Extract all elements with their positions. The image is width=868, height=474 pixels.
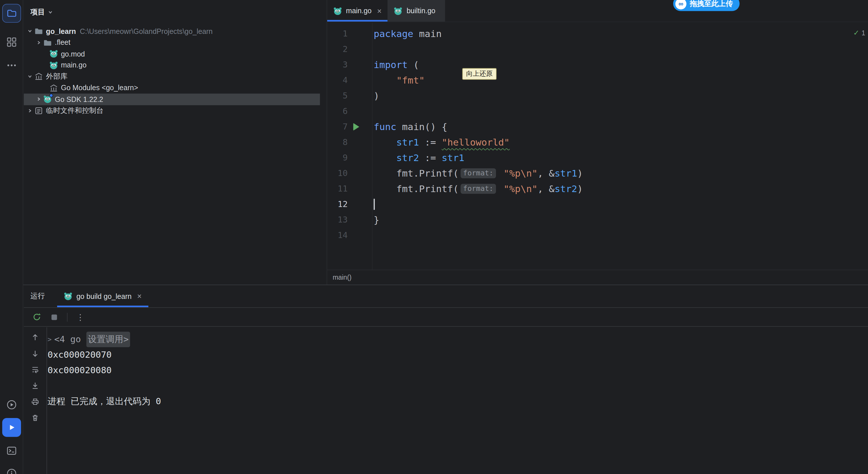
code-line-8[interactable]: str1 := "helloworld" bbox=[374, 135, 868, 150]
tree-item-external-libraries[interactable]: 外部库 bbox=[24, 71, 320, 82]
inspections-widget[interactable]: ✓ 1 bbox=[854, 29, 865, 37]
gutter-row[interactable]: 8 bbox=[327, 135, 372, 150]
project-panel-header[interactable]: 项目 bbox=[24, 0, 327, 24]
line-number[interactable]: 1 bbox=[327, 26, 348, 41]
code-line-5[interactable]: ) bbox=[374, 88, 868, 103]
code-token: str2 bbox=[396, 152, 419, 164]
code-line-13[interactable]: } bbox=[374, 212, 868, 228]
close-icon[interactable]: × bbox=[137, 292, 142, 301]
code-line-9[interactable]: str2 := str1 bbox=[374, 150, 868, 166]
line-number[interactable]: 10 bbox=[327, 166, 348, 181]
more-options-icon[interactable]: ⋮ bbox=[74, 311, 86, 323]
console-line: 进程 已完成，退出代码为 0 bbox=[48, 394, 868, 409]
code-token: fmt.Printf( bbox=[374, 168, 459, 179]
tree-item-fleet[interactable]: .fleet bbox=[24, 37, 320, 48]
line-number[interactable]: 11 bbox=[327, 181, 348, 197]
code-area[interactable]: package mainimport ( "fmt")func main() {… bbox=[374, 26, 868, 243]
chevron-right-icon[interactable] bbox=[35, 96, 42, 102]
tree-item-go-sdk[interactable]: Go SDK 1.22.2 bbox=[24, 94, 320, 105]
inlay-hint[interactable]: format: bbox=[460, 184, 496, 194]
breadcrumb-item[interactable]: main() bbox=[333, 274, 352, 282]
editor-body[interactable]: 1234567891011121314 package mainimport (… bbox=[327, 23, 868, 270]
tab-builtin-go[interactable]: builtin.go bbox=[388, 0, 445, 22]
run-config-tab[interactable]: go build go_learn × bbox=[57, 285, 148, 307]
scroll-to-end-icon[interactable] bbox=[30, 381, 40, 390]
code-line-14[interactable] bbox=[374, 228, 868, 243]
gutter-row[interactable]: 6 bbox=[327, 103, 372, 119]
line-number[interactable]: 7 bbox=[327, 119, 348, 135]
gutter-row[interactable]: 5 bbox=[327, 88, 372, 103]
console-output: > <4 go 设置调用> 0xc0000200700xc000020080进程… bbox=[48, 332, 868, 474]
gutter-row[interactable]: 13 bbox=[327, 212, 372, 228]
code-line-12[interactable] bbox=[374, 197, 868, 212]
gutter-row[interactable]: 3 bbox=[327, 57, 372, 72]
chevron-down-icon[interactable] bbox=[26, 74, 33, 79]
tree-item-label: go.mod bbox=[61, 50, 85, 58]
infinity-logo-icon: ∞ bbox=[675, 0, 687, 9]
code-line-11[interactable]: fmt.Printf(format: "%p\n", &str2) bbox=[374, 181, 868, 197]
line-number[interactable]: 5 bbox=[327, 88, 348, 103]
code-line-3[interactable]: import ( bbox=[374, 57, 868, 72]
services-tool-window-button[interactable] bbox=[2, 395, 21, 414]
chevron-down-icon bbox=[48, 9, 53, 15]
expand-icon[interactable]: > bbox=[48, 332, 54, 347]
gutter-row[interactable]: 1 bbox=[327, 26, 372, 41]
line-number[interactable]: 12 bbox=[327, 197, 348, 212]
terminal-tool-window-button[interactable] bbox=[2, 441, 21, 460]
inlay-hint[interactable]: format: bbox=[460, 168, 496, 178]
run-tool-window-button[interactable] bbox=[2, 418, 21, 437]
tab-main-go[interactable]: main.go × bbox=[327, 0, 388, 22]
line-number[interactable]: 6 bbox=[327, 103, 348, 119]
code-token bbox=[374, 137, 396, 148]
code-line-4[interactable]: "fmt" bbox=[374, 72, 868, 88]
line-number[interactable]: 9 bbox=[327, 150, 348, 166]
code-line-2[interactable] bbox=[374, 41, 868, 57]
gutter-row[interactable]: 11 bbox=[327, 181, 372, 197]
tree-item-go-mod[interactable]: go.mod bbox=[24, 48, 320, 60]
gutter-row[interactable]: 9 bbox=[327, 150, 372, 166]
more-tool-windows-button[interactable] bbox=[2, 56, 21, 75]
problems-tool-window-button[interactable] bbox=[2, 464, 21, 474]
down-stack-trace-icon[interactable] bbox=[30, 349, 40, 358]
structure-icon bbox=[6, 36, 17, 48]
project-tree: go_learn C:\Users\meowr\GolandProjects\g… bbox=[24, 26, 320, 116]
line-number[interactable]: 3 bbox=[327, 57, 348, 72]
rerun-button[interactable] bbox=[30, 311, 42, 323]
up-stack-trace-icon[interactable] bbox=[30, 333, 40, 342]
project-panel-title: 项目 bbox=[30, 7, 45, 17]
print-icon[interactable] bbox=[30, 397, 40, 406]
console-folded-region[interactable]: 设置调用> bbox=[86, 332, 130, 347]
chevron-right-icon[interactable] bbox=[26, 108, 33, 113]
close-icon[interactable]: × bbox=[377, 6, 382, 15]
code-line-10[interactable]: fmt.Printf(format: "%p\n", &str1) bbox=[374, 166, 868, 181]
tree-item-main-go[interactable]: main.go bbox=[24, 59, 320, 71]
stop-button[interactable] bbox=[48, 311, 60, 323]
gutter-row[interactable]: 4 bbox=[327, 72, 372, 88]
project-tool-window-button[interactable] bbox=[2, 4, 21, 23]
soft-wrap-icon[interactable] bbox=[30, 365, 40, 374]
goland-window: 项目 go_learn C:\Users\meowr\GolandProject… bbox=[0, 0, 868, 474]
clear-console-icon[interactable] bbox=[30, 413, 40, 422]
line-number[interactable]: 8 bbox=[327, 135, 348, 150]
gutter-row[interactable]: 12 bbox=[327, 197, 372, 212]
drag-upload-label: 拖拽至此上传 bbox=[690, 0, 733, 9]
chevron-down-icon[interactable] bbox=[26, 28, 33, 34]
gutter-row[interactable]: 2 bbox=[327, 41, 372, 57]
gutter-row[interactable]: 14 bbox=[327, 228, 372, 243]
run-gutter-icon[interactable] bbox=[353, 123, 359, 130]
code-line-6[interactable] bbox=[374, 103, 868, 119]
tree-item-scratches[interactable]: 临时文件和控制台 bbox=[24, 105, 320, 116]
chevron-right-icon[interactable] bbox=[35, 40, 42, 45]
code-token: , & bbox=[538, 183, 555, 195]
line-number[interactable]: 4 bbox=[327, 72, 348, 88]
gutter-row[interactable]: 10 bbox=[327, 166, 372, 181]
line-number[interactable]: 14 bbox=[327, 228, 348, 243]
gutter-row[interactable]: 7 bbox=[327, 119, 372, 135]
structure-tool-window-button[interactable] bbox=[2, 33, 21, 52]
tree-item-go-learn[interactable]: go_learn C:\Users\meowr\GolandProjects\g… bbox=[24, 26, 320, 37]
line-number[interactable]: 13 bbox=[327, 212, 348, 228]
tree-item-go-modules[interactable]: Go Modules <go_learn> bbox=[24, 82, 320, 94]
code-line-7[interactable]: func main() { bbox=[374, 119, 868, 135]
line-number[interactable]: 2 bbox=[327, 41, 348, 57]
code-line-1[interactable]: package main bbox=[374, 26, 868, 41]
